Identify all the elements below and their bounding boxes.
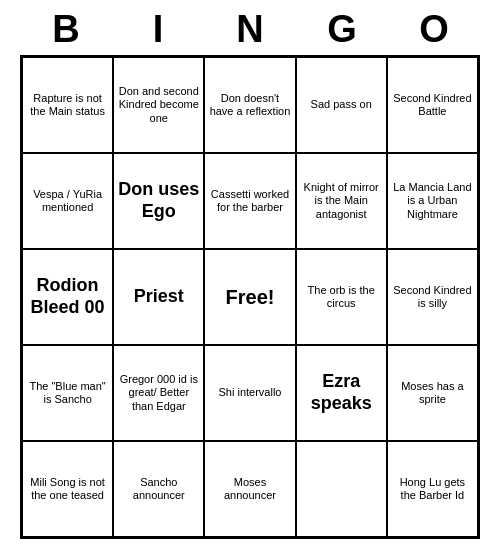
- title-i: I: [118, 8, 198, 51]
- bingo-cell-r2c4[interactable]: Second Kindred is silly: [387, 249, 478, 345]
- bingo-cell-r0c4[interactable]: Second Kindred Battle: [387, 57, 478, 153]
- bingo-cell-r3c3[interactable]: Ezra speaks: [296, 345, 387, 441]
- bingo-cell-r0c1[interactable]: Don and second Kindred become one: [113, 57, 204, 153]
- bingo-cell-r2c3[interactable]: The orb is the circus: [296, 249, 387, 345]
- bingo-cell-r0c3[interactable]: Sad pass on: [296, 57, 387, 153]
- bingo-cell-r1c2[interactable]: Cassetti worked for the barber: [204, 153, 295, 249]
- bingo-cell-r1c0[interactable]: Vespa / YuRia mentioned: [22, 153, 113, 249]
- bingo-cell-r2c1[interactable]: Priest: [113, 249, 204, 345]
- bingo-cell-r3c2[interactable]: Shi intervallo: [204, 345, 295, 441]
- bingo-cell-r1c4[interactable]: La Mancia Land is a Urban Nightmare: [387, 153, 478, 249]
- title-n: N: [210, 8, 290, 51]
- bingo-title: B I N G O: [20, 0, 480, 55]
- bingo-cell-r0c2[interactable]: Don doesn't have a reflextion: [204, 57, 295, 153]
- bingo-cell-r4c2[interactable]: Moses announcer: [204, 441, 295, 537]
- title-b: B: [26, 8, 106, 51]
- bingo-cell-r4c3[interactable]: [296, 441, 387, 537]
- title-g: G: [302, 8, 382, 51]
- bingo-cell-r0c0[interactable]: Rapture is not the Main status: [22, 57, 113, 153]
- bingo-cell-r2c2[interactable]: Free!: [204, 249, 295, 345]
- bingo-grid: Rapture is not the Main statusDon and se…: [20, 55, 480, 539]
- bingo-cell-r3c4[interactable]: Moses has a sprite: [387, 345, 478, 441]
- bingo-cell-r4c4[interactable]: Hong Lu gets the Barber Id: [387, 441, 478, 537]
- bingo-cell-r4c0[interactable]: Mili Song is not the one teased: [22, 441, 113, 537]
- bingo-cell-r3c1[interactable]: Gregor 000 id is great/ Better than Edga…: [113, 345, 204, 441]
- title-o: O: [394, 8, 474, 51]
- bingo-cell-r1c3[interactable]: Knight of mirror is the Main antagonist: [296, 153, 387, 249]
- bingo-cell-r2c0[interactable]: Rodion Bleed 00: [22, 249, 113, 345]
- bingo-cell-r4c1[interactable]: Sancho announcer: [113, 441, 204, 537]
- bingo-cell-r3c0[interactable]: The "Blue man" is Sancho: [22, 345, 113, 441]
- bingo-cell-r1c1[interactable]: Don uses Ego: [113, 153, 204, 249]
